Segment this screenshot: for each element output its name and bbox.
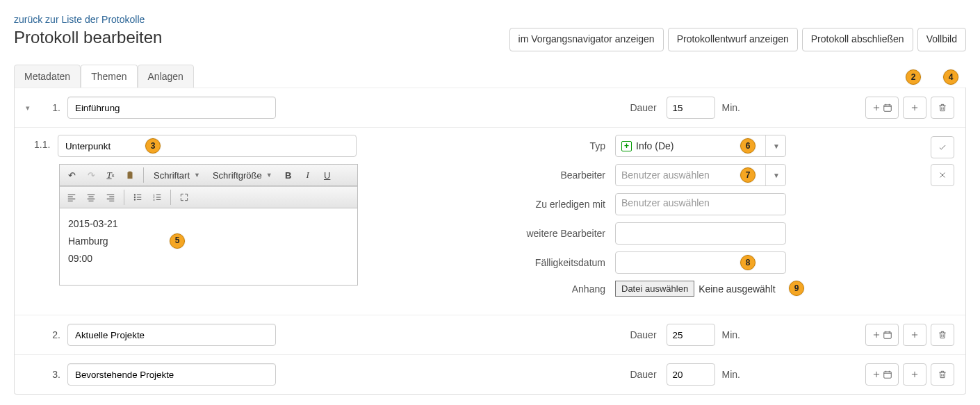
delete-button[interactable] (931, 324, 954, 346)
paste-icon[interactable] (121, 167, 139, 183)
clipboard-icon (125, 170, 135, 180)
topic-number: 1. (44, 102, 60, 113)
duration-input[interactable] (667, 97, 715, 119)
attachment-label: Anhang (393, 283, 615, 295)
editor-line: 2015-03-21 (68, 215, 349, 233)
confirm-button[interactable] (931, 136, 954, 158)
add-button[interactable] (903, 324, 926, 346)
marker-9: 9 (789, 281, 804, 296)
tab-attachments[interactable]: Anlagen (138, 65, 194, 88)
plus-icon (910, 103, 920, 113)
topic-title-input[interactable] (67, 324, 276, 346)
check-icon (938, 142, 947, 152)
align-right-icon[interactable] (101, 189, 120, 206)
subtopic-number: 1.1. (34, 135, 55, 150)
cancel-button[interactable] (931, 164, 954, 186)
add-button[interactable] (903, 97, 926, 119)
delete-button[interactable] (931, 97, 954, 119)
editor-line: 09:00 (68, 250, 349, 267)
fullscreen-button[interactable]: Vollbild (917, 28, 966, 51)
assignee-select[interactable]: Benutzer auswählen ▼ (615, 164, 786, 186)
add-to-calendar-button[interactable] (865, 363, 899, 386)
type-select[interactable]: +Info (De) ▼ (615, 135, 786, 157)
delete-button[interactable] (931, 363, 954, 386)
chevron-down-icon[interactable]: ▾ (26, 104, 37, 113)
more-assignees-label: weitere Bearbeiter (393, 228, 615, 239)
editor-toolbar: ↶ ↷ Tx Schriftart ▼ Schriftgröße ▼ B I U (60, 165, 357, 186)
minutes-label: Min. (722, 102, 740, 113)
calendar-icon (883, 370, 892, 379)
editor-body[interactable]: 2015-03-21 Hamburg 09:00 5 (60, 208, 357, 285)
bullet-list-icon[interactable] (129, 189, 147, 206)
duration-label: Dauer (630, 329, 656, 340)
show-in-navigator-button[interactable]: im Vorgangsnavigator anzeigen (509, 28, 664, 51)
caret-down-icon: ▼ (765, 165, 780, 185)
rich-text-editor: ↶ ↷ Tx Schriftart ▼ Schriftgröße ▼ B I U (59, 164, 358, 286)
show-draft-button[interactable]: Protokollentwurf anzeigen (668, 28, 798, 51)
todo-with-label: Zu erledigen mit (393, 199, 615, 210)
svg-point-1 (134, 194, 136, 195)
numbered-list-icon[interactable]: 123 (148, 189, 166, 206)
finalize-button[interactable]: Protokoll abschließen (802, 28, 913, 51)
font-family-select[interactable]: Schriftart ▼ (148, 169, 206, 182)
svg-point-3 (134, 199, 136, 200)
plus-icon (872, 330, 881, 340)
marker-6: 6 (740, 138, 756, 154)
topics-panel: 2 4 ▾ 1. Dauer Min. 1.1. 3 (14, 88, 966, 395)
topic-row: 2. Dauer Min. (15, 315, 965, 354)
underline-icon[interactable]: U (318, 167, 336, 183)
minutes-label: Min. (722, 369, 740, 380)
italic-icon[interactable]: I (299, 167, 317, 183)
trash-icon (938, 370, 947, 379)
back-link[interactable]: zurück zur Liste der Protokolle (14, 14, 145, 25)
tab-topics[interactable]: Themen (81, 65, 137, 88)
svg-text:3: 3 (153, 198, 155, 201)
assignee-label: Bearbeiter (393, 170, 615, 181)
align-left-icon[interactable] (63, 189, 81, 206)
topic-title-input[interactable] (67, 97, 276, 119)
duration-input[interactable] (667, 324, 715, 346)
minutes-label: Min. (722, 329, 740, 340)
tabs: Metadaten Themen Anlagen (14, 64, 966, 88)
topic-number: 3. (44, 369, 60, 380)
marker-2: 2 (906, 69, 921, 85)
editor-line: Hamburg (68, 233, 349, 250)
duration-input[interactable] (667, 363, 715, 386)
trash-icon (938, 330, 947, 340)
topic-title-input[interactable] (67, 363, 276, 386)
tab-metadata[interactable]: Metadaten (14, 65, 81, 88)
marker-3: 3 (145, 138, 161, 154)
page-title: Protokoll bearbeiten (14, 28, 162, 47)
due-date-input[interactable] (615, 251, 786, 274)
subtopic-title-input[interactable] (58, 135, 357, 157)
topic-number: 2. (44, 329, 60, 340)
type-label: Typ (393, 140, 615, 151)
svg-rect-0 (884, 105, 892, 111)
topic-row: ▾ 1. Dauer Min. (15, 88, 965, 127)
due-date-label: Fälligkeitsdatum (393, 257, 615, 268)
undo-icon[interactable]: ↶ (63, 167, 81, 183)
plus-icon (872, 370, 881, 379)
add-to-calendar-button[interactable] (865, 97, 899, 119)
subtopic-row: 1.1. 3 ↶ ↷ Tx Schriftart ▼ Schriftgröße … (15, 127, 965, 315)
duration-label: Dauer (630, 102, 656, 113)
add-button[interactable] (903, 363, 926, 386)
clear-format-icon[interactable]: Tx (101, 167, 120, 183)
more-assignees-input[interactable] (615, 222, 786, 245)
calendar-icon (883, 103, 892, 113)
marker-5: 5 (170, 233, 185, 249)
marker-8: 8 (740, 255, 756, 270)
editor-toolbar-2: 123 (60, 186, 357, 208)
font-size-select[interactable]: Schriftgröße ▼ (207, 169, 278, 182)
svg-point-2 (134, 197, 136, 198)
choose-file-button[interactable]: Datei auswählen (615, 281, 694, 297)
maximize-icon[interactable] (175, 189, 193, 206)
duration-label: Dauer (630, 369, 656, 380)
plus-icon (910, 370, 920, 379)
todo-with-input[interactable]: Benutzer auswählen (615, 193, 786, 215)
svg-rect-8 (884, 372, 892, 378)
redo-icon[interactable]: ↷ (82, 167, 100, 183)
bold-icon[interactable]: B (279, 167, 297, 183)
add-to-calendar-button[interactable] (865, 324, 899, 346)
align-center-icon[interactable] (82, 189, 100, 206)
